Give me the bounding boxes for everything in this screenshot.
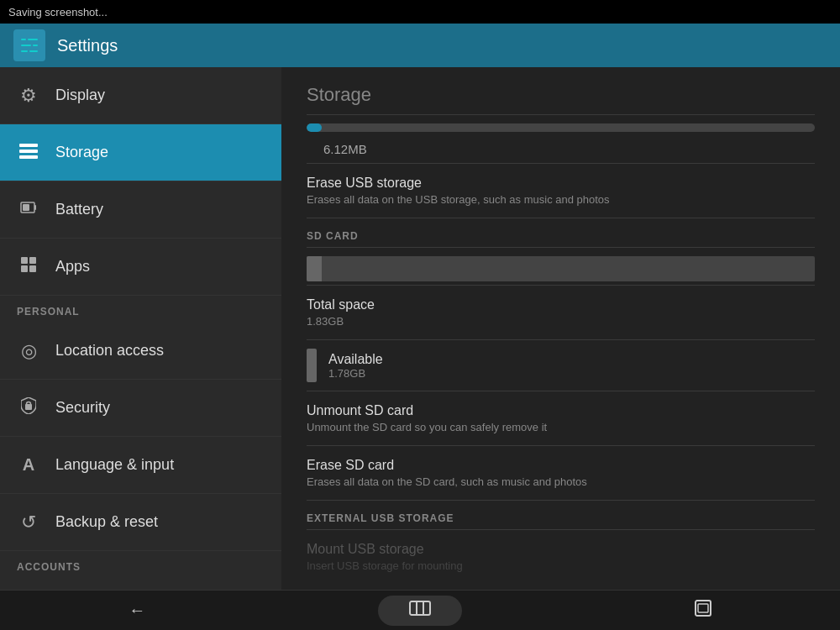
svg-rect-15 [29, 265, 36, 272]
unmount-subtitle: Unmount the SD card so you can safely re… [307, 421, 815, 433]
backup-icon: ↺ [17, 512, 40, 533]
sidebar-label-storage: Storage [55, 144, 108, 161]
back-icon: ← [129, 601, 145, 620]
content-title: Storage [281, 67, 840, 114]
svg-rect-3 [33, 45, 38, 46]
storage-icon [17, 142, 40, 164]
sidebar: ⚙ Display Storage Ba [0, 67, 281, 590]
sidebar-item-storage[interactable]: Storage [0, 124, 281, 181]
erase-usb-title: Erase USB storage [307, 176, 815, 191]
svg-rect-13 [29, 257, 36, 264]
location-icon: ◎ [17, 340, 40, 362]
sidebar-label-location: Location access [55, 342, 164, 360]
sidebar-item-security[interactable]: Security [0, 380, 281, 437]
svg-rect-5 [29, 50, 38, 52]
erase-sdcard-row[interactable]: Erase SD card Erases all data on the SD … [281, 446, 840, 500]
svg-rect-2 [21, 45, 31, 46]
svg-rect-21 [698, 604, 708, 612]
svg-rect-11 [23, 204, 29, 211]
svg-rect-12 [21, 257, 28, 264]
sdcard-progress-bar [307, 256, 815, 281]
nav-bar: ← [0, 590, 840, 630]
section-label-accounts: ACCOUNTS [0, 551, 281, 578]
language-icon: A [17, 455, 40, 475]
status-text: Saving screenshot... [8, 6, 108, 18]
recent-icon [694, 599, 712, 622]
unmount-sdcard-row[interactable]: Unmount SD card Unmount the SD card so y… [281, 391, 840, 445]
page-title: Settings [57, 36, 118, 55]
svg-rect-8 [19, 155, 38, 159]
sidebar-label-backup: Backup & reset [55, 513, 158, 531]
mount-usb-subtitle: Insert USB storage for mounting [307, 559, 815, 572]
sidebar-item-location[interactable]: ◎ Location access [0, 323, 281, 380]
svg-rect-7 [19, 150, 38, 153]
settings-icon [13, 29, 45, 61]
section-label-personal: PERSONAL [0, 296, 281, 323]
svg-rect-14 [21, 265, 28, 272]
sidebar-label-battery: Battery [55, 201, 103, 218]
home-button[interactable] [378, 596, 462, 626]
back-button[interactable]: ← [103, 591, 171, 630]
battery-icon [17, 199, 40, 221]
erase-sd-title: Erase SD card [307, 458, 815, 473]
apps-icon [17, 256, 40, 278]
sidebar-item-battery[interactable]: Battery [0, 181, 281, 239]
svg-rect-1 [28, 39, 38, 40]
erase-sd-subtitle: Erases all data on the SD card, such as … [307, 475, 815, 488]
total-space-row[interactable]: Total space 1.83GB [281, 286, 840, 339]
sidebar-label-security: Security [55, 399, 110, 417]
content-area: Storage 6.12MB Erase USB storage Erases … [281, 67, 840, 590]
status-bar: Saving screenshot... [0, 0, 840, 24]
sidebar-item-apps[interactable]: Apps [0, 239, 281, 296]
erase-usb-subtitle: Erases all data on the USB storage, such… [307, 193, 815, 206]
external-usb-label: EXTERNAL USB STORAGE [281, 501, 840, 529]
available-indicator [307, 349, 317, 382]
svg-rect-10 [34, 205, 36, 210]
sidebar-item-language[interactable]: A Language & input [0, 437, 281, 494]
usb-progress-fill [307, 123, 322, 132]
usb-progress-bar [307, 123, 815, 132]
usb-value: 6.12MB [281, 135, 840, 163]
available-row[interactable]: Available 1.78GB [281, 340, 840, 391]
svg-rect-4 [21, 50, 28, 52]
erase-usb-row[interactable]: Erase USB storage Erases all data on the… [281, 164, 840, 218]
mount-usb-row: Mount USB storage Insert USB storage for… [281, 530, 840, 584]
header: Settings [0, 24, 840, 67]
sidebar-label-apps: Apps [55, 258, 90, 276]
sidebar-item-backup[interactable]: ↺ Backup & reset [0, 494, 281, 551]
main-layout: ⚙ Display Storage Ba [0, 67, 840, 590]
sdcard-progress-fill [307, 256, 322, 281]
unmount-title: Unmount SD card [307, 403, 815, 418]
total-space-value: 1.83GB [307, 315, 815, 328]
recent-button[interactable] [669, 591, 737, 630]
svg-rect-6 [19, 144, 38, 147]
display-icon: ⚙ [17, 85, 40, 107]
svg-rect-19 [417, 601, 423, 615]
sidebar-item-display[interactable]: ⚙ Display [0, 67, 281, 124]
available-value: 1.78GB [328, 367, 383, 380]
sdcard-section-label: SD CARD [281, 218, 840, 247]
svg-rect-0 [21, 39, 26, 40]
security-icon [17, 397, 40, 419]
svg-rect-18 [410, 601, 430, 615]
sidebar-label-language: Language & input [55, 456, 174, 474]
sidebar-label-display: Display [55, 87, 105, 104]
mount-usb-title: Mount USB storage [307, 542, 815, 557]
total-space-title: Total space [307, 297, 815, 312]
available-title: Available [328, 352, 383, 367]
home-icon [408, 600, 432, 621]
